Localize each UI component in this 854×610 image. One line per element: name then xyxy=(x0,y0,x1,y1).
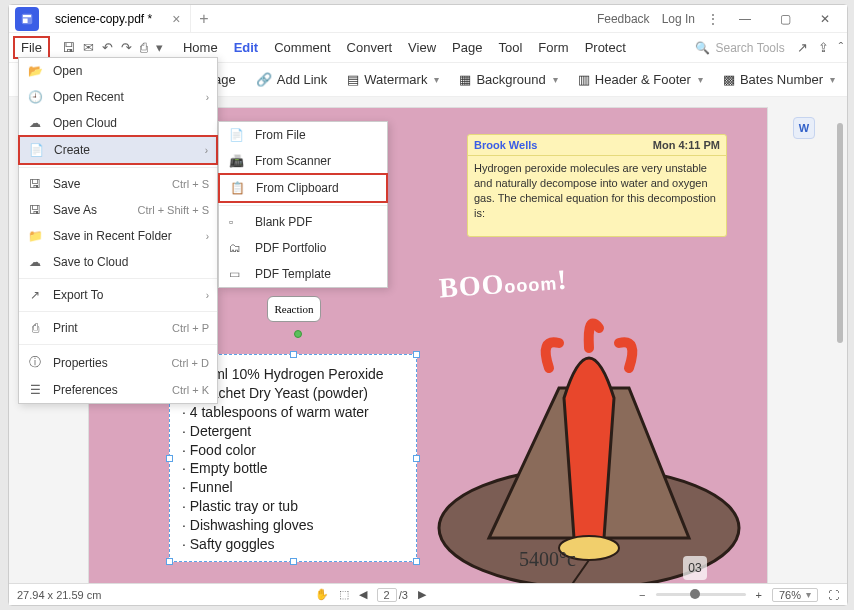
menu-save-as[interactable]: 🖫Save AsCtrl + Shift + S xyxy=(19,197,217,223)
vertical-scrollbar[interactable] xyxy=(837,123,843,343)
zoom-level[interactable]: 76%▾ xyxy=(772,588,818,602)
ingredient-line: · Safty goggles xyxy=(182,535,404,554)
convert-word-badge[interactable]: W xyxy=(793,117,815,139)
note-body: Hydrogen peroxide molecules are very uns… xyxy=(468,156,726,236)
file-menu-button[interactable]: File xyxy=(13,36,50,59)
resize-handle-ml[interactable] xyxy=(166,455,173,462)
menu-save[interactable]: 🖫SaveCtrl + S xyxy=(19,171,217,197)
prev-page-icon[interactable]: ◀ xyxy=(359,588,367,601)
print-icon[interactable]: ⎙ xyxy=(140,40,148,55)
create-pdf-portfolio[interactable]: 🗂PDF Portfolio xyxy=(219,235,387,261)
share-icon[interactable]: ⇪ xyxy=(818,40,829,55)
create-blank-pdf[interactable]: ▫Blank PDF xyxy=(219,209,387,235)
ingredient-line: · Funnel xyxy=(182,478,404,497)
menu-print[interactable]: ⎙PrintCtrl + P xyxy=(19,315,217,341)
menu-create[interactable]: 📄Create› xyxy=(18,135,218,165)
header-footer-button[interactable]: ▥ Header & Footer▾ xyxy=(578,72,703,87)
tab-comment[interactable]: Comment xyxy=(274,40,330,55)
maximize-button[interactable]: ▢ xyxy=(771,8,799,30)
menu-open[interactable]: 📂Open xyxy=(19,58,217,84)
hand-tool-icon[interactable]: ✋ xyxy=(315,588,329,601)
new-tab-button[interactable]: + xyxy=(199,10,208,28)
ingredient-line: · Food color xyxy=(182,441,404,460)
close-button[interactable]: ✕ xyxy=(811,8,839,30)
menu-preferences[interactable]: ☰PreferencesCtrl + K xyxy=(19,377,217,403)
menu-properties[interactable]: ⓘPropertiesCtrl + D xyxy=(19,348,217,377)
zoom-slider[interactable] xyxy=(656,593,746,596)
search-tools[interactable]: 🔍 Search Tools xyxy=(695,41,785,55)
tab-page[interactable]: Page xyxy=(452,40,482,55)
comment-note[interactable]: Brook Wells Mon 4:11 PM Hydrogen peroxid… xyxy=(467,134,727,237)
recent-icon: 🕘 xyxy=(27,90,43,104)
page-indicator[interactable]: 2 /3 xyxy=(377,588,408,602)
kebab-icon[interactable]: ⋮ xyxy=(707,12,719,26)
menu-export-to[interactable]: ↗Export To› xyxy=(19,282,217,308)
statusbar: 27.94 x 21.59 cm ✋ ⬚ ◀ 2 /3 ▶ − + 76%▾ ⛶ xyxy=(9,583,847,605)
bates-number-button[interactable]: ▩ Bates Number▾ xyxy=(723,72,835,87)
list-icon: ☰ xyxy=(27,383,43,397)
create-icon: 📄 xyxy=(28,143,44,157)
menu-separator xyxy=(19,167,217,168)
fit-page-icon[interactable]: ⛶ xyxy=(828,589,839,601)
reaction-box: Reaction xyxy=(267,296,321,322)
saveas-icon: 🖫 xyxy=(27,203,43,217)
ingredient-line: · Detergent xyxy=(182,422,404,441)
create-pdf-template[interactable]: ▭PDF Template xyxy=(219,261,387,287)
open-external-icon[interactable]: ↗ xyxy=(797,40,808,55)
resize-handle-br[interactable] xyxy=(413,558,420,565)
tab-convert[interactable]: Convert xyxy=(347,40,393,55)
clipboard-icon: 📋 xyxy=(230,181,246,195)
add-link-button[interactable]: 🔗 Add Link xyxy=(256,72,328,87)
background-button[interactable]: ▦ Background▾ xyxy=(459,72,557,87)
more-icon[interactable]: ▾ xyxy=(156,40,163,55)
tab-close-icon[interactable]: × xyxy=(172,11,180,27)
mail-icon[interactable]: ✉ xyxy=(83,40,94,55)
export-icon: ↗ xyxy=(27,288,43,302)
template-icon: ▭ xyxy=(229,267,245,281)
tab-tool[interactable]: Tool xyxy=(498,40,522,55)
resize-handle-tm[interactable] xyxy=(290,351,297,358)
tab-home[interactable]: Home xyxy=(183,40,218,55)
header-footer-icon: ▥ xyxy=(578,72,590,87)
document-tab[interactable]: science-copy.pdf * × xyxy=(45,5,191,32)
menu-open-cloud[interactable]: ☁Open Cloud xyxy=(19,110,217,136)
zoom-in-icon[interactable]: + xyxy=(756,589,762,601)
menu-open-recent[interactable]: 🕘Open Recent› xyxy=(19,84,217,110)
resize-handle-tr[interactable] xyxy=(413,351,420,358)
cloud-up-icon: ☁ xyxy=(27,255,43,269)
create-from-file[interactable]: 📄From File xyxy=(219,122,387,148)
bates-icon: ▩ xyxy=(723,72,735,87)
menu-save-cloud[interactable]: ☁Save to Cloud xyxy=(19,249,217,275)
search-icon: 🔍 xyxy=(695,41,710,55)
rotate-handle[interactable] xyxy=(294,330,302,338)
tab-edit[interactable]: Edit xyxy=(234,40,259,55)
create-from-clipboard[interactable]: 📋From Clipboard xyxy=(218,173,388,203)
page-dimensions: 27.94 x 21.59 cm xyxy=(17,589,101,601)
login-link[interactable]: Log In xyxy=(662,12,695,26)
resize-handle-mr[interactable] xyxy=(413,455,420,462)
tab-protect[interactable]: Protect xyxy=(585,40,626,55)
save-icon[interactable]: 🖫 xyxy=(62,40,75,55)
zoom-out-icon[interactable]: − xyxy=(639,589,645,601)
app-logo-icon xyxy=(15,7,39,31)
print-icon: ⎙ xyxy=(27,321,43,335)
feedback-link[interactable]: Feedback xyxy=(597,12,650,26)
minimize-button[interactable]: — xyxy=(731,8,759,30)
tab-form[interactable]: Form xyxy=(538,40,568,55)
ingredient-line: · Empty bottle xyxy=(182,459,404,478)
zoom-thumb[interactable] xyxy=(690,589,700,599)
menu-save-recent-folder[interactable]: 📁Save in Recent Folder› xyxy=(19,223,217,249)
next-page-icon[interactable]: ▶ xyxy=(418,588,426,601)
search-placeholder: Search Tools xyxy=(716,41,785,55)
redo-icon[interactable]: ↷ xyxy=(121,40,132,55)
watermark-button[interactable]: ▤ Watermark▾ xyxy=(347,72,439,87)
select-tool-icon[interactable]: ⬚ xyxy=(339,588,349,601)
create-from-scanner[interactable]: 📠From Scanner xyxy=(219,148,387,174)
background-icon: ▦ xyxy=(459,72,471,87)
note-author: Brook Wells xyxy=(474,139,537,151)
resize-handle-bl[interactable] xyxy=(166,558,173,565)
collapse-ribbon-icon[interactable]: ˆ xyxy=(839,40,843,55)
resize-handle-bm[interactable] xyxy=(290,558,297,565)
tab-view[interactable]: View xyxy=(408,40,436,55)
undo-icon[interactable]: ↶ xyxy=(102,40,113,55)
